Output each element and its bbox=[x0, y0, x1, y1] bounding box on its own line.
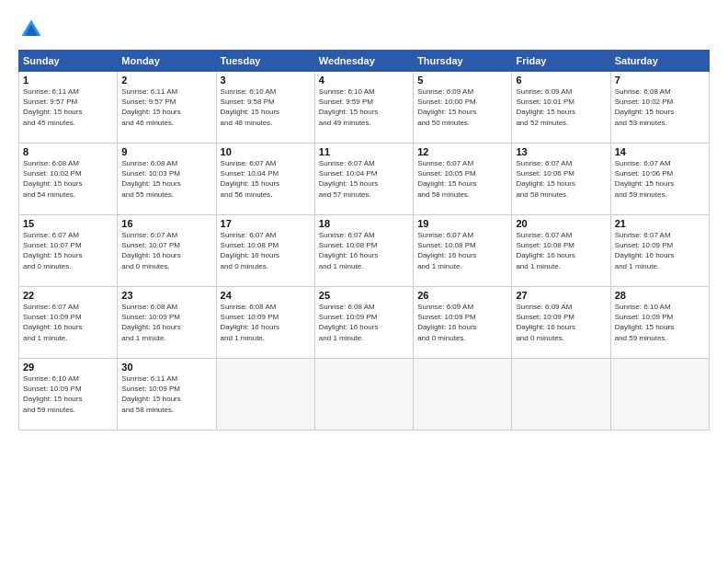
day-number: 18 bbox=[319, 218, 409, 229]
empty-cell bbox=[216, 359, 314, 431]
day-info: Sunrise: 6:08 AM Sunset: 10:09 PM Daylig… bbox=[121, 302, 211, 343]
day-cell-10: 10Sunrise: 6:07 AM Sunset: 10:04 PM Dayl… bbox=[216, 144, 314, 215]
empty-cell bbox=[314, 359, 413, 431]
day-number: 9 bbox=[121, 146, 211, 157]
day-cell-24: 24Sunrise: 6:08 AM Sunset: 10:09 PM Dayl… bbox=[216, 287, 314, 359]
day-cell-13: 13Sunrise: 6:07 AM Sunset: 10:06 PM Dayl… bbox=[512, 144, 610, 215]
day-number: 3 bbox=[221, 75, 311, 86]
week-row-4: 22Sunrise: 6:07 AM Sunset: 10:09 PM Dayl… bbox=[19, 287, 710, 359]
day-number: 2 bbox=[121, 75, 211, 86]
day-cell-26: 26Sunrise: 6:09 AM Sunset: 10:09 PM Dayl… bbox=[414, 287, 512, 359]
day-number: 22 bbox=[23, 290, 113, 301]
day-info: Sunrise: 6:10 AM Sunset: 9:59 PM Dayligh… bbox=[319, 86, 409, 128]
day-info: Sunrise: 6:10 AM Sunset: 10:09 PM Daylig… bbox=[23, 373, 113, 415]
day-cell-14: 14Sunrise: 6:07 AM Sunset: 10:06 PM Dayl… bbox=[610, 144, 709, 215]
day-number: 16 bbox=[121, 218, 211, 229]
day-info: Sunrise: 6:08 AM Sunset: 10:02 PM Daylig… bbox=[615, 86, 705, 128]
weekday-header-friday: Friday bbox=[512, 51, 610, 72]
day-info: Sunrise: 6:10 AM Sunset: 9:58 PM Dayligh… bbox=[221, 86, 311, 128]
day-cell-25: 25Sunrise: 6:08 AM Sunset: 10:09 PM Dayl… bbox=[314, 287, 413, 359]
day-number: 15 bbox=[23, 218, 113, 229]
day-number: 12 bbox=[417, 146, 507, 157]
day-cell-22: 22Sunrise: 6:07 AM Sunset: 10:09 PM Dayl… bbox=[19, 287, 118, 359]
day-cell-28: 28Sunrise: 6:10 AM Sunset: 10:09 PM Dayl… bbox=[610, 287, 709, 359]
day-info: Sunrise: 6:09 AM Sunset: 10:01 PM Daylig… bbox=[516, 86, 606, 128]
day-cell-16: 16Sunrise: 6:07 AM Sunset: 10:07 PM Dayl… bbox=[118, 215, 216, 287]
day-info: Sunrise: 6:07 AM Sunset: 10:06 PM Daylig… bbox=[516, 158, 606, 200]
day-cell-12: 12Sunrise: 6:07 AM Sunset: 10:05 PM Dayl… bbox=[414, 144, 512, 215]
day-number: 10 bbox=[221, 146, 311, 157]
logo-icon bbox=[18, 17, 44, 42]
week-row-2: 8Sunrise: 6:08 AM Sunset: 10:02 PM Dayli… bbox=[19, 144, 710, 215]
day-info: Sunrise: 6:09 AM Sunset: 10:09 PM Daylig… bbox=[516, 302, 606, 343]
day-info: Sunrise: 6:07 AM Sunset: 10:04 PM Daylig… bbox=[221, 158, 311, 200]
day-number: 23 bbox=[121, 290, 211, 301]
day-cell-30: 30Sunrise: 6:11 AM Sunset: 10:09 PM Dayl… bbox=[118, 359, 216, 431]
day-cell-27: 27Sunrise: 6:09 AM Sunset: 10:09 PM Dayl… bbox=[512, 287, 610, 359]
day-cell-20: 20Sunrise: 6:07 AM Sunset: 10:08 PM Dayl… bbox=[512, 215, 610, 287]
day-number: 5 bbox=[417, 75, 507, 86]
day-cell-17: 17Sunrise: 6:07 AM Sunset: 10:08 PM Dayl… bbox=[216, 215, 314, 287]
day-info: Sunrise: 6:07 AM Sunset: 10:08 PM Daylig… bbox=[417, 230, 507, 271]
day-number: 17 bbox=[221, 218, 311, 229]
empty-cell bbox=[414, 359, 512, 431]
header bbox=[18, 17, 710, 42]
day-number: 20 bbox=[516, 218, 606, 229]
page: SundayMondayTuesdayWednesdayThursdayFrid… bbox=[0, 0, 728, 563]
day-info: Sunrise: 6:07 AM Sunset: 10:08 PM Daylig… bbox=[319, 230, 409, 271]
day-cell-3: 3Sunrise: 6:10 AM Sunset: 9:58 PM Daylig… bbox=[216, 72, 314, 144]
week-row-3: 15Sunrise: 6:07 AM Sunset: 10:07 PM Dayl… bbox=[19, 215, 710, 287]
weekday-header-saturday: Saturday bbox=[610, 51, 709, 72]
day-number: 13 bbox=[516, 146, 606, 157]
calendar-table: SundayMondayTuesdayWednesdayThursdayFrid… bbox=[18, 50, 710, 431]
day-number: 1 bbox=[23, 75, 113, 86]
weekday-header-wednesday: Wednesday bbox=[314, 51, 413, 72]
day-number: 24 bbox=[221, 290, 311, 301]
day-number: 30 bbox=[121, 362, 211, 373]
day-number: 28 bbox=[615, 290, 705, 301]
day-cell-29: 29Sunrise: 6:10 AM Sunset: 10:09 PM Dayl… bbox=[19, 359, 118, 431]
day-number: 26 bbox=[417, 290, 507, 301]
day-info: Sunrise: 6:07 AM Sunset: 10:07 PM Daylig… bbox=[121, 230, 211, 271]
day-info: Sunrise: 6:07 AM Sunset: 10:06 PM Daylig… bbox=[615, 158, 705, 200]
day-info: Sunrise: 6:07 AM Sunset: 10:09 PM Daylig… bbox=[23, 302, 113, 343]
weekday-header-thursday: Thursday bbox=[414, 51, 512, 72]
day-cell-15: 15Sunrise: 6:07 AM Sunset: 10:07 PM Dayl… bbox=[19, 215, 118, 287]
day-info: Sunrise: 6:09 AM Sunset: 10:00 PM Daylig… bbox=[417, 86, 507, 128]
day-number: 21 bbox=[615, 218, 705, 229]
weekday-header-monday: Monday bbox=[118, 51, 216, 72]
day-info: Sunrise: 6:07 AM Sunset: 10:05 PM Daylig… bbox=[417, 158, 507, 200]
day-number: 6 bbox=[516, 75, 606, 86]
logo bbox=[18, 17, 48, 42]
day-cell-18: 18Sunrise: 6:07 AM Sunset: 10:08 PM Dayl… bbox=[314, 215, 413, 287]
day-cell-8: 8Sunrise: 6:08 AM Sunset: 10:02 PM Dayli… bbox=[19, 144, 118, 215]
day-info: Sunrise: 6:11 AM Sunset: 9:57 PM Dayligh… bbox=[121, 86, 211, 128]
day-number: 7 bbox=[615, 75, 705, 86]
day-info: Sunrise: 6:08 AM Sunset: 10:03 PM Daylig… bbox=[121, 158, 211, 200]
day-number: 8 bbox=[23, 146, 113, 157]
day-cell-6: 6Sunrise: 6:09 AM Sunset: 10:01 PM Dayli… bbox=[512, 72, 610, 144]
day-info: Sunrise: 6:07 AM Sunset: 10:07 PM Daylig… bbox=[23, 230, 113, 271]
day-info: Sunrise: 6:07 AM Sunset: 10:09 PM Daylig… bbox=[615, 230, 705, 271]
day-cell-11: 11Sunrise: 6:07 AM Sunset: 10:04 PM Dayl… bbox=[314, 144, 413, 215]
day-number: 4 bbox=[319, 75, 409, 86]
day-cell-9: 9Sunrise: 6:08 AM Sunset: 10:03 PM Dayli… bbox=[118, 144, 216, 215]
empty-cell bbox=[512, 359, 610, 431]
day-number: 25 bbox=[319, 290, 409, 301]
week-row-5: 29Sunrise: 6:10 AM Sunset: 10:09 PM Dayl… bbox=[19, 359, 710, 431]
day-info: Sunrise: 6:10 AM Sunset: 10:09 PM Daylig… bbox=[615, 302, 705, 343]
day-info: Sunrise: 6:07 AM Sunset: 10:08 PM Daylig… bbox=[221, 230, 311, 271]
day-info: Sunrise: 6:11 AM Sunset: 9:57 PM Dayligh… bbox=[23, 86, 113, 128]
empty-cell bbox=[610, 359, 709, 431]
day-cell-21: 21Sunrise: 6:07 AM Sunset: 10:09 PM Dayl… bbox=[610, 215, 709, 287]
day-info: Sunrise: 6:08 AM Sunset: 10:09 PM Daylig… bbox=[221, 302, 311, 343]
day-cell-2: 2Sunrise: 6:11 AM Sunset: 9:57 PM Daylig… bbox=[118, 72, 216, 144]
day-number: 14 bbox=[615, 146, 705, 157]
day-cell-1: 1Sunrise: 6:11 AM Sunset: 9:57 PM Daylig… bbox=[19, 72, 118, 144]
day-cell-7: 7Sunrise: 6:08 AM Sunset: 10:02 PM Dayli… bbox=[610, 72, 709, 144]
day-number: 11 bbox=[319, 146, 409, 157]
weekday-header-tuesday: Tuesday bbox=[216, 51, 314, 72]
day-number: 29 bbox=[23, 362, 113, 373]
day-cell-4: 4Sunrise: 6:10 AM Sunset: 9:59 PM Daylig… bbox=[314, 72, 413, 144]
day-info: Sunrise: 6:07 AM Sunset: 10:08 PM Daylig… bbox=[516, 230, 606, 271]
